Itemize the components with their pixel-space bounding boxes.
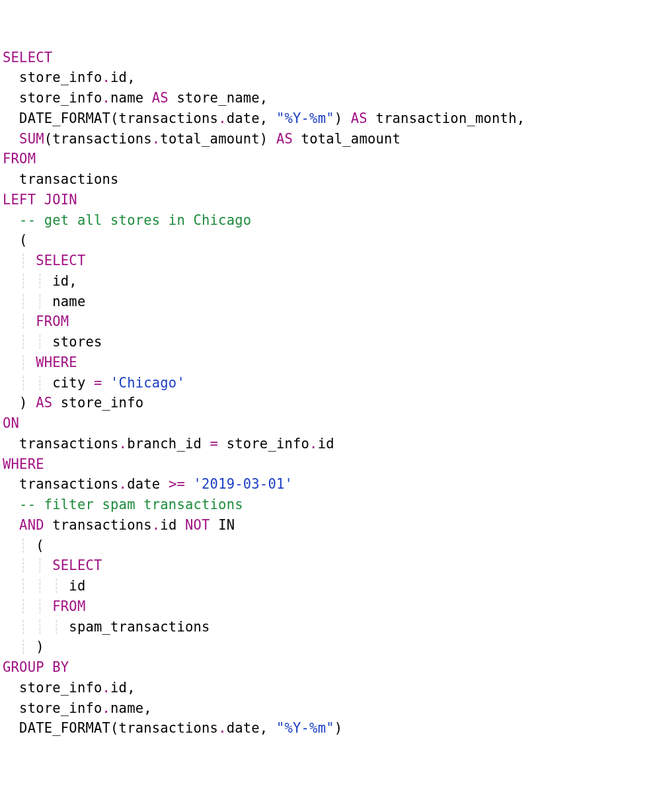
ident: transactions (19, 436, 119, 452)
keyword-select: SELECT (3, 50, 52, 65)
ident: name (110, 90, 143, 106)
keyword-where: WHERE (36, 354, 77, 370)
func-sum: SUM (19, 131, 44, 147)
ident: city (52, 375, 85, 391)
ident: store_info (19, 700, 102, 716)
keyword-left-join: LEFT JOIN (3, 192, 77, 208)
keyword-from: FROM (52, 598, 85, 614)
keyword-from: FROM (3, 151, 36, 167)
op-eq: = (210, 436, 219, 452)
ident: store_info (227, 436, 309, 452)
ident: transactions (119, 110, 219, 126)
ident: transactions (119, 720, 219, 736)
ident: date (227, 110, 260, 126)
ident: store_info (19, 69, 102, 85)
keyword-in: IN (218, 517, 235, 533)
keyword-as: AS (36, 395, 52, 411)
comment: -- filter spam transactions (19, 497, 243, 512)
ident: store_info (19, 680, 102, 696)
ident: name (110, 700, 143, 716)
ident: id (110, 680, 127, 696)
ident: name (52, 294, 85, 309)
keyword-select: SELECT (36, 253, 85, 268)
func-date-format: DATE_FORMAT (19, 110, 110, 126)
ident: transactions (19, 171, 119, 187)
ident: stores (52, 334, 102, 350)
keyword-from: FROM (36, 313, 69, 329)
keyword-where: WHERE (3, 456, 44, 472)
ident: total_amount (160, 131, 260, 147)
keyword-not: NOT (185, 517, 210, 533)
ident: transaction_month (375, 110, 516, 126)
func-date-format: DATE_FORMAT (19, 720, 110, 736)
keyword-on: ON (3, 415, 19, 431)
ident: id (52, 273, 69, 289)
keyword-as: AS (351, 110, 367, 126)
ident: store_name (176, 90, 259, 106)
ident: transactions (52, 131, 152, 147)
ident: total_amount (301, 131, 401, 147)
ident: transactions (19, 476, 119, 492)
sql-code-block: SELECT store_info.id, store_info.name AS… (3, 48, 650, 739)
ident: date (127, 476, 160, 492)
ident: store_info (19, 90, 102, 106)
string-literal: "%Y-%m" (276, 720, 334, 736)
ident: store_info (61, 395, 143, 411)
op-eq: = (94, 375, 102, 391)
ident: date (227, 720, 260, 736)
keyword-as: AS (152, 90, 169, 106)
keyword-group-by: GROUP BY (3, 659, 69, 675)
keyword-select: SELECT (52, 557, 102, 573)
ident: id (69, 578, 85, 594)
string-literal: "%Y-%m" (276, 110, 334, 126)
ident: branch_id (127, 436, 202, 452)
ident: id (160, 517, 176, 533)
ident: spam_transactions (69, 619, 210, 635)
string-literal: '2019-03-01' (194, 476, 293, 492)
ident: id (110, 69, 127, 85)
ident: transactions (52, 517, 152, 533)
string-literal: 'Chicago' (110, 375, 185, 391)
keyword-as: AS (276, 131, 293, 147)
keyword-and: AND (19, 517, 44, 533)
ident: id (318, 436, 334, 452)
op-ge: >= (169, 476, 185, 492)
comment: -- get all stores in Chicago (19, 212, 251, 228)
